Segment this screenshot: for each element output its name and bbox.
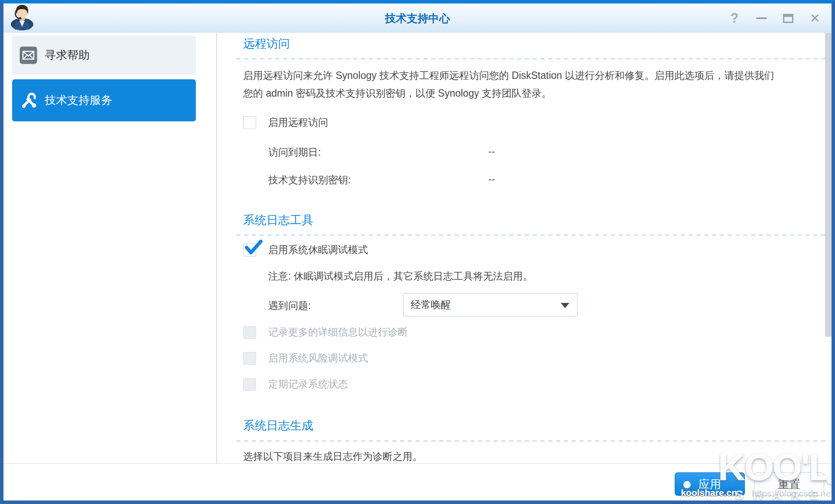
sidebar: 寻求帮助 技术支持服务 <box>3 33 217 501</box>
support-tools-icon <box>19 91 37 109</box>
section-heading-log-generation: 系统日志生成 <box>243 418 313 433</box>
content-panel: 远程访问 启用远程访问来允许 Synology 技术支持工程师远程访问您的 Di… <box>218 33 832 501</box>
window-title: 技术支持中心 <box>3 3 832 33</box>
checkmark-icon <box>244 239 263 256</box>
section-heading-log-tools: 系统日志工具 <box>243 212 313 228</box>
sidebar-item-seek-help[interactable]: 寻求帮助 <box>12 36 196 75</box>
enable-remote-access-checkbox[interactable] <box>243 116 256 129</box>
support-center-window: 技术支持中心 ? ✕ 寻求帮助 <box>0 0 835 504</box>
mail-envelope-icon <box>19 46 37 64</box>
scrollbar-thumb[interactable] <box>825 33 832 337</box>
titlebar: 技术支持中心 ? ✕ <box>3 3 832 33</box>
sidebar-item-label: 技术支持服务 <box>45 93 112 108</box>
reset-button[interactable]: 重置 <box>754 472 824 496</box>
issue-dropdown[interactable]: 经常唤醒 <box>403 293 578 316</box>
sidebar-item-label: 寻求帮助 <box>45 48 90 63</box>
periodic-record-checkbox[interactable] <box>243 378 256 391</box>
minimize-button[interactable] <box>755 12 767 24</box>
support-key-value: -- <box>488 173 495 185</box>
maximize-icon <box>783 14 793 23</box>
section-divider <box>236 440 829 442</box>
periodic-record-label: 定期记录系统状态 <box>268 377 348 391</box>
help-button[interactable]: ? <box>728 12 741 24</box>
sidebar-item-support-service[interactable]: 技术支持服务 <box>12 79 196 121</box>
maximize-button[interactable] <box>782 12 794 24</box>
apply-button[interactable]: 应用 <box>675 472 745 496</box>
access-expiry-label: 访问到期日: <box>268 146 321 159</box>
issue-label: 遇到问题: <box>268 299 311 312</box>
risk-debug-checkbox[interactable] <box>243 352 256 365</box>
log-generation-description: 选择以下项目来生成日志作为诊断之用。 <box>243 448 422 465</box>
window-controls: ? ✕ <box>728 3 821 33</box>
risk-debug-label: 启用系统风险调试模式 <box>268 351 368 365</box>
issue-dropdown-value: 经常唤醒 <box>411 293 451 316</box>
enable-remote-access-label: 启用远程访问 <box>268 115 328 129</box>
sleep-debug-label: 启用系统休眠调试模式 <box>268 243 368 257</box>
chevron-down-icon <box>561 303 569 308</box>
section-divider <box>236 234 829 236</box>
remote-access-description-line1: 启用远程访问来允许 Synology 技术支持工程师远程访问您的 DiskSta… <box>243 67 774 85</box>
support-key-label: 技术支持识别密钥: <box>268 173 351 187</box>
access-expiry-value: -- <box>488 146 495 157</box>
remote-access-description-line2: 您的 admin 密码及技术支持识别密钥，以便 Synology 支持团队登录。 <box>243 85 552 102</box>
section-heading-remote-access: 远程访问 <box>243 36 290 52</box>
sleep-debug-checkbox[interactable] <box>243 244 256 257</box>
verbose-log-checkbox[interactable] <box>243 326 256 339</box>
section-divider <box>236 58 829 59</box>
close-button[interactable]: ✕ <box>809 12 821 24</box>
verbose-log-label: 记录更多的详细信息以进行诊断 <box>268 325 408 339</box>
sleep-debug-note: 注意: 休眠调试模式启用后，其它系统日志工具将无法启用。 <box>268 270 533 283</box>
footer-bar: 重置 应用 <box>3 463 832 501</box>
minimize-icon <box>756 17 767 19</box>
